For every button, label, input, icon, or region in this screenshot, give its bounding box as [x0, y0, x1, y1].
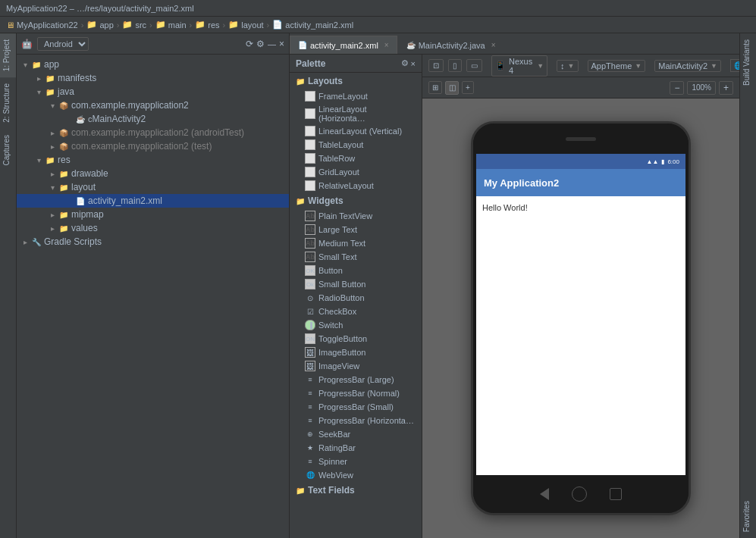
theme-dropdown[interactable]: AppTheme ▼ [588, 60, 646, 72]
hello-world-text: Hello World! [482, 203, 528, 212]
pan-btn[interactable]: + [462, 81, 474, 94]
zoom-reset-btn[interactable]: 100% [687, 81, 716, 95]
palette-item-linearlayout-v[interactable]: LinearLayout (Vertical) [290, 124, 422, 138]
path-myapp[interactable]: 🖥 MyApplication22 [6, 20, 78, 30]
progressbar-horiz-icon: ≡ [305, 415, 315, 426]
activity-dropdown[interactable]: MainActivity2 ▼ [654, 60, 721, 72]
palette-close-btn[interactable]: × [411, 58, 416, 68]
settings-button[interactable]: ⚙ [256, 39, 265, 49]
tree-item-pkg2[interactable]: ▸ 📦 com.example.myapplication2 (androidT… [17, 126, 289, 139]
tree-arrow-pkg2: ▸ [47, 129, 58, 137]
palette-item-imageview[interactable]: 🖼 ImageView [290, 359, 422, 373]
palette-item-tablerow[interactable]: TableRow [290, 152, 422, 165]
zoom-in-btn[interactable]: + [719, 81, 733, 95]
palette-item-checkbox[interactable]: ☑ CheckBox [290, 305, 422, 318]
palette-item-relativelayout[interactable]: RelativeLayout [290, 179, 422, 192]
palette-item-smalltext[interactable]: Ab Small Text [290, 250, 422, 264]
editor-tab-java[interactable]: ☕ MainActivity2.java × [398, 36, 504, 54]
android-dropdown[interactable]: Android [37, 37, 89, 51]
design-btn[interactable]: ◫ [445, 81, 459, 95]
sync-button[interactable]: ⟳ [246, 39, 253, 49]
palette-item-button[interactable]: OK Button [290, 264, 422, 277]
preview-toolbar: ⊡ ▯ ▭ 📱 Nexus 4 ▼ ↕ ▼ [422, 55, 739, 77]
tree-item-drawable[interactable]: ▸ 📁 drawable [17, 167, 289, 180]
close-panel-button[interactable]: × [279, 39, 284, 49]
palette-item-linearlayout-h[interactable]: LinearLayout (Horizonta… [290, 103, 422, 124]
tree-item-manifests[interactable]: ▸ 📁 manifests [17, 71, 289, 85]
preview-portrait-btn[interactable]: ▯ [448, 59, 462, 72]
tree-item-values[interactable]: ▸ 📁 values [17, 221, 289, 235]
path-src[interactable]: 📁 src [122, 20, 146, 30]
palette-section-widgets[interactable]: 📁 Widgets [290, 192, 422, 209]
path-res[interactable]: 📁 res [195, 20, 219, 30]
palette-item-plaintextview[interactable]: Ab Plain TextView [290, 209, 422, 223]
tree-label-pkg1: com.example.myapplication2 [71, 100, 189, 111]
togglebutton-icon: ON [305, 333, 315, 344]
palette-item-progressbar-horiz[interactable]: ≡ ProgressBar (Horizonta… [290, 414, 422, 427]
palette-item-switch[interactable]: ▐ Switch [290, 318, 422, 332]
palette-item-spinner[interactable]: ≡ Spinner [290, 455, 422, 468]
collapse-all-button[interactable]: — [268, 39, 276, 49]
package-test-icon: 📦 [58, 140, 70, 152]
palette-item-progressbar-large[interactable]: ≡ ProgressBar (Large) [290, 373, 422, 386]
palette-item-progressbar-normal[interactable]: ≡ ProgressBar (Normal) [290, 386, 422, 400]
tree-item-pkg3[interactable]: ▸ 📦 com.example.myapplication2 (test) [17, 139, 289, 153]
palette-settings-btn[interactable]: ⚙ [401, 58, 409, 68]
palette-item-webview[interactable]: 🌐 WebView [290, 468, 422, 482]
palette-item-mediumtext[interactable]: Ab Medium Text [290, 236, 422, 250]
palette-item-framelayout[interactable]: FrameLayout [290, 89, 422, 103]
tree-arrow-app: ▾ [20, 61, 30, 69]
palette-item-seekbar[interactable]: ⊕ SeekBar [290, 427, 422, 441]
device-dropdown[interactable]: 📱 Nexus 4 ▼ [491, 55, 547, 77]
palette-item-radiobutton[interactable]: ⊙ RadioButton [290, 291, 422, 305]
path-main[interactable]: 📁 main [155, 20, 187, 30]
tree-item-layout[interactable]: ▾ 📁 layout [17, 180, 289, 194]
palette-section-layouts[interactable]: 📁 Layouts [290, 73, 422, 89]
path-file[interactable]: 📄 activity_main2.xml [272, 20, 353, 30]
preview-zoom-fit[interactable]: 🌐 [730, 59, 739, 72]
path-layout[interactable]: 📁 layout [228, 20, 263, 30]
sidebar-tab-structure[interactable]: 2: Structure [0, 77, 16, 129]
sidebar-tab-captures[interactable]: Captures [0, 129, 16, 172]
palette-item-progressbar-small[interactable]: ≡ ProgressBar (Small) [290, 400, 422, 414]
project-tree: ▾ 📁 app ▸ 📁 manifests ▾ 📁 java [17, 55, 289, 538]
palette-item-smallbutton[interactable]: Ok Small Button [290, 277, 422, 291]
palette-item-ratingbar[interactable]: ★ RatingBar [290, 441, 422, 455]
preview-layout-btn[interactable]: ⊡ [428, 59, 444, 72]
preview-landscape-btn[interactable]: ▭ [466, 59, 482, 72]
xml-tab-close[interactable]: × [384, 41, 389, 49]
java-tab-close[interactable]: × [491, 41, 496, 49]
tree-item-activity-xml[interactable]: ▸ 📄 activity_main2.xml [17, 194, 289, 208]
sidebar-tab-project[interactable]: 1: Project [0, 33, 16, 77]
path-app[interactable]: 📁 app [86, 20, 113, 30]
palette-item-tablelayout[interactable]: TableLayout [290, 138, 422, 152]
tree-item-gradle[interactable]: ▸ 🔧 Gradle Scripts [17, 235, 289, 249]
xml-tab-label: activity_main2.xml [310, 41, 378, 50]
tree-item-mainactivity[interactable]: ▸ ☕ c MainActivity2 [17, 112, 289, 126]
tree-item-res[interactable]: ▾ 📁 res [17, 153, 289, 167]
folder-icon: 📁 [30, 58, 42, 70]
tree-item-java[interactable]: ▾ 📁 java [17, 85, 289, 99]
palette-section-textfields[interactable]: 📁 Text Fields [290, 482, 422, 499]
tree-item-mipmap[interactable]: ▸ 📁 mipmap [17, 208, 289, 221]
linearlayout-v-icon [305, 126, 315, 136]
blueprint-btn[interactable]: ⊞ [428, 81, 442, 94]
layouts-section-icon: 📁 [296, 77, 305, 86]
right-tab-build-variants[interactable]: Build Variants [740, 33, 756, 92]
phone-bottom [473, 475, 689, 513]
recents-button [610, 488, 622, 500]
framelayout-icon [305, 91, 315, 102]
palette-item-largetext[interactable]: Ab Large Text [290, 223, 422, 236]
editor-tab-xml[interactable]: 📄 activity_main2.xml × [290, 36, 397, 54]
preview-right-toolbar: 🌐 | 🤖 23 [730, 59, 739, 72]
zoom-out-btn[interactable]: − [670, 81, 684, 95]
palette-item-imagebutton[interactable]: 🖼 ImageButton [290, 346, 422, 359]
tree-arrow-mipmap: ▸ [47, 211, 58, 219]
right-tab-favorites[interactable]: Favorites [740, 495, 756, 538]
tree-item-pkg1[interactable]: ▾ 📦 com.example.myapplication2 [17, 99, 289, 112]
palette-item-gridlayout[interactable]: GridLayout [290, 165, 422, 179]
tree-item-app[interactable]: ▾ 📁 app [17, 58, 289, 71]
orientation-dropdown[interactable]: ↕ ▼ [557, 60, 578, 72]
gridlayout-icon [305, 167, 315, 177]
palette-item-togglebutton[interactable]: ON ToggleButton [290, 332, 422, 346]
